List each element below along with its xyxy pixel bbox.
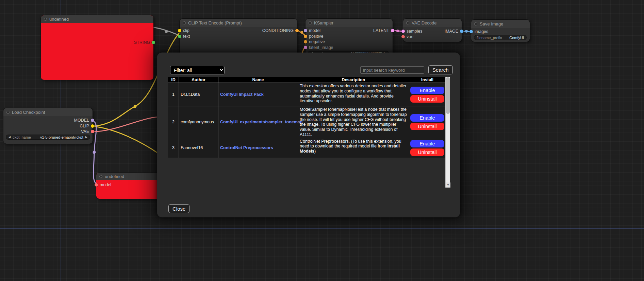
node-header[interactable]: VAE Decode (403, 19, 462, 27)
description-cell: ControlNet Preprocessors. (To use this e… (298, 138, 409, 158)
model-slot-icon[interactable] (304, 29, 307, 32)
slot-vae-output[interactable]: VAE (81, 129, 94, 134)
close-button[interactable]: Close (168, 204, 189, 213)
slot-model-input[interactable]: model (95, 182, 111, 187)
header-author: Author (179, 77, 218, 83)
vae-slot-icon[interactable] (91, 130, 94, 133)
slot-latent-output[interactable]: LATENT (373, 28, 394, 33)
slot-clip-input[interactable]: clip (178, 28, 189, 33)
graph-canvas[interactable]: undefined STRING CLIP Text Encode (Promp… (0, 0, 644, 281)
node-save-image[interactable]: Save Image images filename_prefix ComfyU… (471, 20, 530, 42)
increment-arrow-icon[interactable]: ▶ (85, 136, 87, 139)
string-slot-icon[interactable] (152, 41, 155, 44)
node-undefined-string[interactable]: undefined STRING (41, 15, 153, 80)
author-cell: Dr.Lt.Data (179, 83, 218, 106)
slot-string-output[interactable]: STRING (134, 40, 155, 45)
table-scrollbar[interactable]: ▼ (445, 77, 450, 188)
node-header[interactable]: KSampler (306, 19, 393, 27)
filter-select[interactable]: Filter: all (170, 66, 225, 74)
slot-conditioning-output[interactable]: CONDITIONING (262, 28, 299, 33)
collapse-dot-icon[interactable] (44, 18, 47, 21)
vae-slot-icon[interactable] (401, 35, 405, 38)
slot-latent-image-input[interactable]: latent_image (304, 45, 333, 50)
conditioning-slot-icon[interactable] (304, 40, 307, 43)
enable-button[interactable]: Enable (410, 140, 444, 147)
node-header[interactable]: Save Image (471, 20, 530, 28)
custom-nodes-dialog: Filter: all Search ID Author Name Descri… (157, 53, 460, 217)
uninstall-button[interactable]: Uninstall (410, 95, 444, 103)
author-cell: Fannovel16 (179, 138, 218, 158)
table-row: 3 Fannovel16 ControlNet Preprocessors Co… (168, 138, 446, 158)
collapse-dot-icon[interactable] (99, 175, 102, 178)
model-slot-icon[interactable] (91, 119, 94, 122)
string-slot-icon[interactable] (178, 35, 181, 38)
widget-value: ComfyUI (509, 36, 524, 40)
slot-text-input[interactable]: text (178, 34, 190, 39)
node-header[interactable]: CLIP Text Encode (Prompt) (180, 19, 297, 27)
image-slot-icon[interactable] (460, 30, 463, 33)
search-input[interactable] (360, 66, 424, 74)
node-title: CLIP Text Encode (Prompt) (188, 20, 242, 25)
latent-slot-icon[interactable] (401, 30, 405, 33)
node-ksampler[interactable]: KSampler model positive negative latent_… (306, 19, 393, 58)
uninstall-button[interactable]: Uninstall (410, 123, 444, 130)
search-button[interactable]: Search (428, 65, 453, 74)
node-vae-decode[interactable]: VAE Decode samples vae IMAGE (403, 19, 462, 42)
table-row: 1 Dr.Lt.Data ComfyUI Impact Pack This ex… (168, 83, 446, 106)
ckpt-name-widget[interactable]: ◀ ckpt_name v1-5-pruned-emaonly.ckpt ▶ (6, 135, 90, 140)
extension-link[interactable]: ControlNet Preprocessors (220, 145, 273, 150)
node-title: VAE Decode (412, 20, 436, 25)
slot-vae-input[interactable]: vae (401, 34, 413, 39)
install-cell: Enable Uninstall (409, 83, 446, 106)
link-dot (396, 30, 399, 32)
slot-image-output[interactable]: IMAGE (445, 29, 463, 34)
id-cell: 2 (168, 106, 179, 138)
extension-link[interactable]: ComfyUI Impact Pack (220, 92, 264, 97)
extension-link[interactable]: ComfyUI_experiments/sampler_tonemap (220, 120, 302, 124)
link-dot (300, 31, 303, 34)
node-title: Save Image (480, 21, 503, 27)
filename-prefix-widget[interactable]: filename_prefix ComfyUI (474, 35, 527, 40)
slot-images-input[interactable]: images (469, 29, 488, 34)
collapse-dot-icon[interactable] (309, 21, 312, 24)
scrollbar-down-button[interactable]: ▼ (446, 182, 450, 188)
enable-button[interactable]: Enable (410, 87, 444, 94)
collapse-dot-icon[interactable] (474, 22, 477, 25)
clip-slot-icon[interactable] (178, 29, 181, 32)
table-row: 2 comfyanonymous ComfyUI_experiments/sam… (168, 106, 446, 138)
slot-positive-input[interactable]: positive (304, 34, 323, 39)
install-cell: Enable Uninstall (409, 106, 446, 138)
name-cell: ComfyUI_experiments/sampler_tonemap (218, 106, 298, 138)
description-cell: This extension offers various detector n… (298, 83, 409, 106)
latent-slot-icon[interactable] (304, 46, 307, 49)
uninstall-button[interactable]: Uninstall (410, 148, 444, 156)
collapse-dot-icon[interactable] (6, 111, 10, 114)
collapse-dot-icon[interactable] (183, 21, 186, 24)
enable-button[interactable]: Enable (410, 114, 444, 122)
decrement-arrow-icon[interactable]: ◀ (9, 136, 11, 139)
slot-model-input[interactable]: model (304, 28, 320, 33)
model-slot-icon[interactable] (95, 183, 98, 187)
header-id: ID (168, 77, 179, 83)
node-load-checkpoint[interactable]: Load Checkpoint MODEL CLIP VAE ◀ ckpt_na… (3, 108, 93, 144)
conditioning-slot-icon[interactable] (304, 35, 307, 38)
conditioning-slot-icon[interactable] (295, 29, 299, 32)
latent-slot-icon[interactable] (391, 29, 394, 32)
widget-label: ckpt_name (13, 135, 31, 139)
node-header[interactable]: Load Checkpoint (3, 108, 93, 116)
collapse-dot-icon[interactable] (406, 21, 409, 24)
scrollbar-thumb[interactable] (446, 77, 450, 114)
link-dot (465, 30, 468, 33)
node-header[interactable]: undefined (41, 15, 153, 23)
slot-clip-output[interactable]: CLIP (80, 124, 94, 128)
slot-negative-input[interactable]: negative (304, 39, 325, 44)
node-clip-text-encode[interactable]: CLIP Text Encode (Prompt) clip text COND… (180, 19, 297, 56)
link-dot (134, 105, 137, 108)
link-dot (165, 30, 168, 33)
slot-samples-input[interactable]: samples (401, 29, 423, 34)
node-title: KSampler (314, 20, 333, 25)
image-slot-icon[interactable] (469, 30, 473, 33)
clip-slot-icon[interactable] (91, 124, 94, 128)
slot-model-output[interactable]: MODEL (74, 118, 94, 123)
id-cell: 3 (168, 138, 179, 158)
